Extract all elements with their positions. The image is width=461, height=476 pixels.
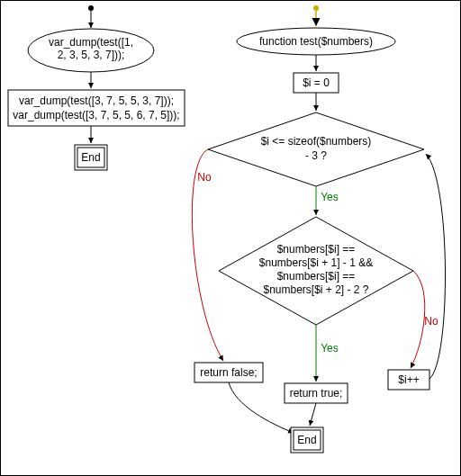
cond1-node: $i <= sizeof($numbers) - 3 ? (208, 112, 424, 186)
left-start-text-1: var_dump(test([1, (49, 36, 133, 49)
left-rect-text-1: var_dump(test([3, 7, 5, 5, 3, 7])); (19, 94, 174, 107)
function-text: function test($numbers) (259, 35, 373, 48)
right-end-text: End (297, 434, 316, 446)
left-end-text: End (81, 151, 100, 164)
right-end-node: End (291, 427, 323, 453)
cond2-yes-label: Yes (321, 342, 339, 355)
svg-line-14 (310, 403, 316, 426)
return-true-text: return true; (290, 387, 343, 400)
cond1-yes-label: Yes (321, 191, 339, 203)
left-start-text-2: 2, 3, 5, 3, 7])); (58, 49, 125, 61)
cond2-text-4: $numbers[$i + 2] - 2 ? (263, 283, 368, 296)
return-false-text: return false; (200, 366, 257, 379)
cond2-text-1: $numbers[$i] == (277, 243, 356, 256)
left-end-node: End (75, 145, 107, 170)
svg-point-6 (313, 5, 319, 11)
cond2-text-3: $numbers[$i] == (277, 270, 356, 283)
cond2-no-label: No (424, 315, 438, 328)
svg-point-0 (88, 5, 94, 11)
left-rect-text-2: var_dump(test([3, 7, 5, 5, 6, 7, 5])); (13, 109, 179, 121)
cond1-text-1: $i <= sizeof($numbers) (261, 135, 372, 148)
inc-text: $i++ (398, 373, 419, 386)
cond1-no-label: No (197, 171, 212, 184)
cond2-node: $numbers[$i] == $numbers[$i + 1] - 1 && … (219, 217, 413, 325)
cond1-text-2: - 3 ? (305, 149, 327, 162)
init-text: $i = 0 (303, 76, 330, 89)
cond2-text-2: $numbers[$i + 1] - 1 && (259, 256, 373, 269)
